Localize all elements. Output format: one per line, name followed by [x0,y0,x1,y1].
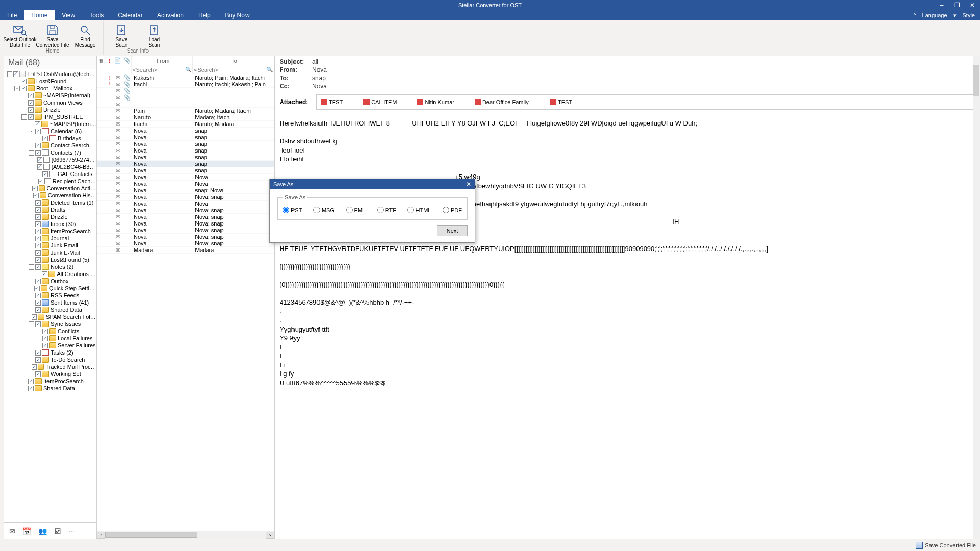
message-row[interactable]: ✉NovaNova; snap [97,220,274,227]
tree-node[interactable]: ✓Drizzle [5,213,96,220]
checkbox[interactable]: ✓ [28,386,34,391]
radio-html[interactable]: HTML [407,207,431,213]
radio-pdf[interactable]: PDF [443,207,462,213]
radio-input[interactable] [283,207,289,213]
tab-help[interactable]: Help [191,10,218,20]
checkbox[interactable]: ✓ [35,129,41,134]
people-nav-icon[interactable]: 👥 [38,527,47,535]
tree-node[interactable]: ✓Shared Data [5,306,96,313]
save-converted-file-button[interactable]: Save Converted File [925,542,976,548]
tree-node[interactable]: -✓Calendar (6) [5,128,96,135]
message-row[interactable]: ✉Novasnap [97,141,274,147]
tree-node[interactable]: -✓Root - Mailbox [5,85,96,92]
column-importance-icon[interactable]: ! [106,56,113,65]
checkbox[interactable]: ✓ [35,307,41,313]
message-row[interactable]: ✉Novasnap [97,161,274,167]
tree-node[interactable]: ✓ItemProcSearch [5,228,96,235]
next-button[interactable]: Next [437,225,468,236]
tasks-nav-icon[interactable]: 🗹 [54,527,61,535]
attachment-item[interactable]: Dear Office Family, [475,99,530,105]
more-nav-icon[interactable]: ··· [68,527,75,535]
tree-node[interactable]: ✓Contact Search [5,142,96,149]
dialog-close-button[interactable]: ✕ [464,180,473,188]
maximize-button[interactable]: ❐ [949,0,965,10]
sidebar-collapse-strip[interactable]: ‹ [0,56,4,539]
tree-node[interactable]: ✓Sent Items (41) [5,299,96,306]
tree-node[interactable]: ✓Tasks (2) [5,349,96,356]
message-row[interactable]: ✉PainNaruto; Madara; Itachi [97,108,274,114]
tree-node[interactable]: ✓Junk Email [5,242,96,249]
checkbox[interactable]: ✓ [13,71,18,77]
tree-node[interactable]: ✓Conversation Action S [5,185,96,192]
checkbox[interactable]: ✓ [32,364,37,370]
tree-node[interactable]: ✓Server Failures [5,342,96,349]
column-from[interactable]: From [132,56,193,65]
ribbon-load-scan[interactable]: Load Scan [139,22,169,48]
checkbox[interactable]: ✓ [42,271,47,277]
message-row[interactable]: ✉Novasnap; Nova [97,187,274,194]
tree-node[interactable]: ✓Drizzle [5,106,96,113]
horizontal-scrollbar[interactable]: ‹ › [97,531,274,539]
radio-input[interactable] [443,207,449,213]
message-row[interactable]: ✉NovaNova; snap [97,214,274,220]
checkbox[interactable]: ✓ [35,143,41,148]
message-row[interactable]: ✉ [97,101,274,108]
tree-node[interactable]: ✓Inbox (30) [5,220,96,228]
tab-home[interactable]: Home [24,10,55,20]
ribbon-save-conv[interactable]: Save Converted File [38,22,67,48]
checkbox[interactable]: ✓ [42,171,48,177]
checkbox[interactable]: ✓ [35,207,41,213]
tree-node[interactable]: ✓{06967759-274D-4… [5,156,96,163]
message-row[interactable]: ✉NovaNova; snap [97,194,274,201]
tab-activation[interactable]: Activation [150,10,191,20]
tab-buy-now[interactable]: Buy Now [218,10,257,20]
tab-calendar[interactable]: Calendar [111,10,150,20]
checkbox[interactable]: ✓ [35,229,41,234]
caret-icon[interactable]: ^ [911,10,918,20]
collapse-icon[interactable]: - [21,114,27,120]
message-body[interactable]: Herefwhefksiufh IJEHUFROI IWEF 8 UHFUH2 … [275,112,980,539]
tab-file[interactable]: File [0,10,24,20]
checkbox[interactable]: ✓ [38,179,43,184]
scroll-thumb[interactable] [973,65,979,96]
message-row[interactable]: ✉Novasnap [97,167,274,174]
message-row[interactable]: ✉NovaNova [97,181,274,187]
checkbox[interactable]: ✓ [35,321,41,327]
checkbox[interactable]: ✓ [35,250,41,256]
folder-tree[interactable]: -✓E:\Pst Ost\Madara@tech.com -✓Lost&Foun… [4,69,96,522]
ribbon-save-scan[interactable]: Save Scan [107,22,136,48]
attachment-item[interactable]: TEST [550,99,572,105]
tree-node[interactable]: ✓All Creations (3) [5,270,96,278]
calendar-nav-icon[interactable]: 📅 [22,527,31,535]
tree-node[interactable]: ✓Common Views [5,99,96,106]
checkbox[interactable]: ✓ [35,357,41,363]
radio-eml[interactable]: EML [346,207,366,213]
message-row[interactable]: !✉📎ItachiNaruto; Itachi; Kakashi; Pain [97,81,274,88]
checkbox[interactable]: ✓ [35,200,41,206]
tree-node[interactable]: ✓GAL Contacts [5,170,96,178]
tree-node[interactable]: ✓Shared Data [5,385,96,392]
collapse-icon[interactable]: - [14,86,20,91]
tree-node[interactable]: ✓Junk E-Mail [5,249,96,256]
message-row[interactable]: ✉NovaNova; snap [97,234,274,240]
scroll-thumb[interactable] [105,532,197,538]
checkbox[interactable]: ✓ [35,150,41,156]
checkbox[interactable]: ✓ [35,350,41,356]
tree-node[interactable]: ✓To-Do Search [5,356,96,363]
tree-node[interactable]: ✓Lost&Found [5,78,96,85]
collapse-icon[interactable]: - [29,150,34,156]
search-icon[interactable]: 🔍 [266,67,273,72]
tree-node[interactable]: ✓SPAM Search Folder 2 [5,313,96,320]
tree-node[interactable]: ✓Journal [5,235,96,242]
tree-node[interactable]: ✓Conflicts [5,328,96,335]
language-menu[interactable]: Language [920,10,949,20]
checkbox[interactable]: ✓ [35,243,41,248]
checkbox[interactable]: ✓ [35,279,41,284]
message-row[interactable]: ✉NovaNova; snap [97,227,274,234]
checkbox[interactable]: ✓ [35,293,41,298]
dialog-titlebar[interactable]: Save As ✕ [270,179,475,189]
column-delete-icon[interactable]: 🗑 [97,56,106,65]
message-row[interactable]: ✉MadaraMadara [97,247,274,254]
tree-node[interactable]: -✓E:\Pst Ost\Madara@tech.com - [5,70,96,78]
radio-msg[interactable]: MSG [313,207,334,213]
